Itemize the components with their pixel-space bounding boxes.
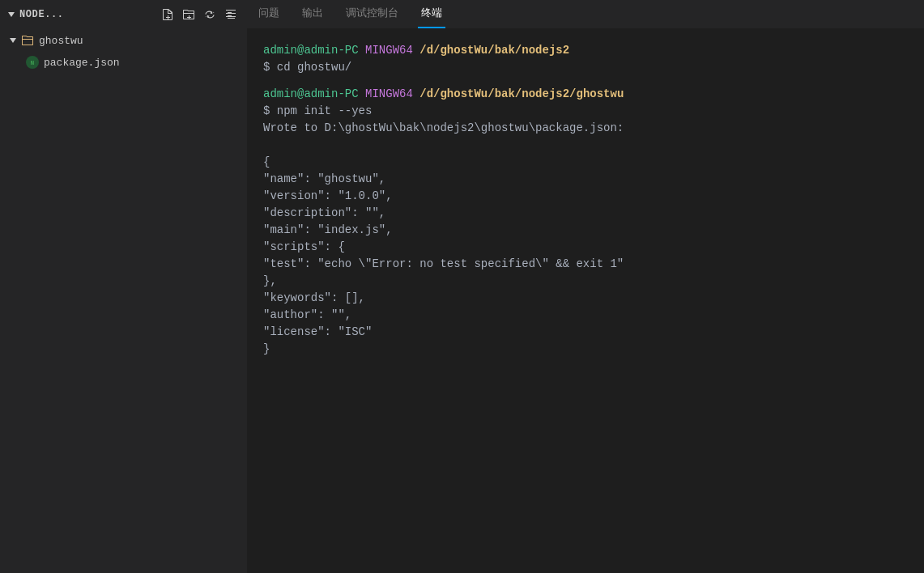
output-line-7: "scripts": { bbox=[263, 239, 908, 256]
space-1 bbox=[359, 42, 365, 59]
output-line-5: "description": "", bbox=[263, 205, 908, 222]
folder-name-label: ghostwu bbox=[39, 35, 83, 47]
tab-terminal[interactable]: 终端 bbox=[418, 0, 445, 28]
new-file-button[interactable] bbox=[160, 6, 176, 23]
output-line-0: Wrote to D:\ghostWu\bak\nodejs2\ghostwu\… bbox=[263, 120, 908, 137]
new-file-icon bbox=[161, 8, 174, 21]
output-line-13: } bbox=[263, 341, 908, 358]
file-item-package-json[interactable]: N package.json bbox=[0, 52, 247, 73]
terminal-prompt-1: admin@admin-PC MINGW64 /d/ghostWu/bak/no… bbox=[263, 42, 908, 59]
command-1: $ cd ghostwu/ bbox=[263, 59, 908, 76]
tab-bar: 问题 输出 调试控制台 终端 bbox=[247, 0, 924, 29]
collapse-all-button[interactable] bbox=[223, 6, 239, 23]
refresh-icon bbox=[203, 8, 216, 21]
folder-chevron-icon bbox=[10, 38, 16, 43]
tab-debug-console[interactable]: 调试控制台 bbox=[343, 0, 402, 28]
tab-problems[interactable]: 问题 bbox=[255, 0, 283, 28]
sidebar-title: NODE... bbox=[19, 9, 155, 20]
folder-icon bbox=[21, 34, 34, 47]
mingw-2: MINGW64 bbox=[365, 86, 413, 103]
output-line-2: { bbox=[263, 154, 908, 171]
path-2: /d/ghostWu/bak/nodejs2/ghostwu bbox=[419, 86, 624, 103]
collapse-tree-icon[interactable] bbox=[8, 12, 15, 17]
terminal-area[interactable]: admin@admin-PC MINGW64 /d/ghostWu/bak/no… bbox=[247, 29, 924, 573]
path-1: /d/ghostWu/bak/nodejs2 bbox=[419, 42, 569, 59]
output-line-1 bbox=[263, 137, 908, 154]
output-line-12: "license": "ISC" bbox=[263, 324, 908, 341]
mingw-1: MINGW64 bbox=[365, 42, 413, 59]
new-folder-button[interactable] bbox=[181, 6, 197, 23]
space-4 bbox=[413, 86, 419, 103]
file-name-label: package.json bbox=[44, 57, 120, 69]
new-folder-icon bbox=[182, 8, 195, 21]
output-line-9: }, bbox=[263, 273, 908, 290]
command-2: $ npm init --yes bbox=[263, 103, 908, 120]
space-3 bbox=[359, 86, 365, 103]
output-line-6: "main": "index.js", bbox=[263, 222, 908, 239]
refresh-button[interactable] bbox=[202, 6, 218, 23]
output-line-8: "test": "echo \"Error: no test specified… bbox=[263, 256, 908, 273]
space-2 bbox=[413, 42, 419, 59]
user-host-2: admin@admin-PC bbox=[263, 86, 359, 103]
space-block-1 bbox=[263, 76, 908, 86]
user-host-1: admin@admin-PC bbox=[263, 42, 359, 59]
output-line-3: "name": "ghostwu", bbox=[263, 171, 908, 188]
main-panel: 问题 输出 调试控制台 终端 admin@admin-PC MINGW64 /d… bbox=[247, 0, 924, 573]
sidebar-header: NODE... bbox=[0, 0, 247, 29]
sidebar: NODE... ghostw bbox=[0, 0, 247, 573]
output-line-4: "version": "1.0.0", bbox=[263, 188, 908, 205]
collapse-all-icon bbox=[224, 8, 237, 21]
output-line-10: "keywords": [], bbox=[263, 290, 908, 307]
terminal-prompt-2: admin@admin-PC MINGW64 /d/ghostWu/bak/no… bbox=[263, 86, 908, 103]
folder-item-ghostwu[interactable]: ghostwu bbox=[0, 29, 247, 52]
output-line-11: "author": "", bbox=[263, 307, 908, 324]
tab-output[interactable]: 输出 bbox=[299, 0, 326, 28]
nodejs-file-icon: N bbox=[26, 56, 39, 69]
